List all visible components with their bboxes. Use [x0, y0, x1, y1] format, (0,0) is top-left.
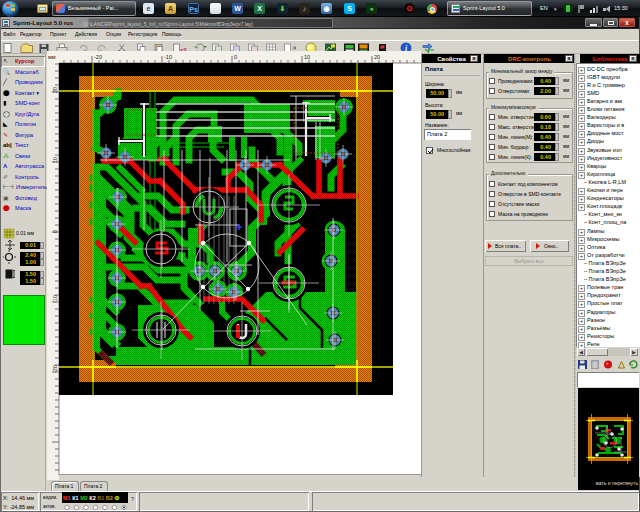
svg-text:0: 0	[52, 230, 58, 233]
svg-text:-20: -20	[94, 54, 102, 60]
svg-text:20: 20	[374, 54, 380, 60]
svg-text:-10: -10	[52, 295, 58, 303]
svg-text:мм: мм	[48, 54, 56, 60]
svg-text:10: 10	[304, 54, 310, 60]
svg-text:-20: -20	[52, 365, 58, 373]
svg-text:20: 20	[52, 87, 58, 93]
svg-text:-10: -10	[164, 54, 172, 60]
svg-text:0: 0	[234, 54, 237, 60]
svg-text:10: 10	[52, 157, 58, 163]
